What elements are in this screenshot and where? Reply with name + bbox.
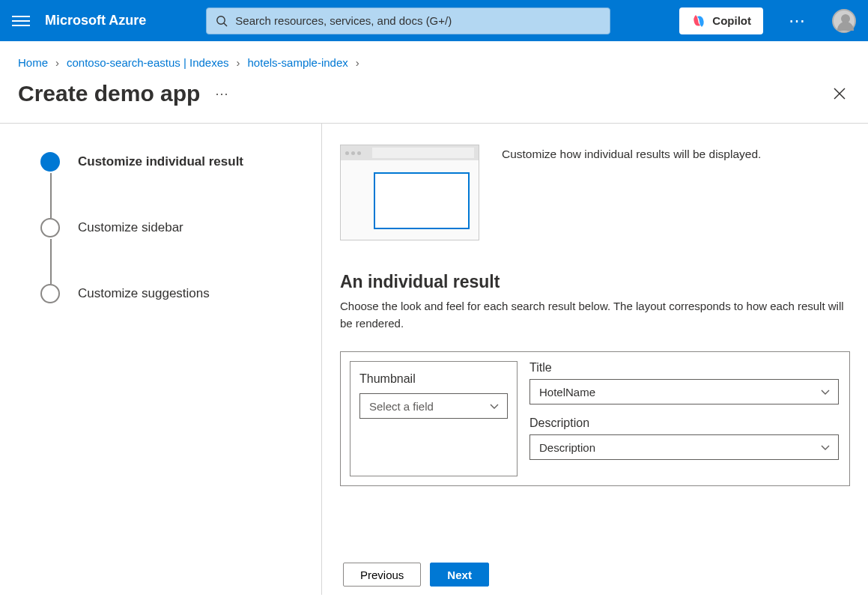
right-fields: Title HotelName Description Description [526, 352, 849, 485]
breadcrumb-item[interactable]: Home [18, 56, 48, 69]
page-body: Customize individual result Customize si… [0, 123, 868, 595]
next-button[interactable]: Next [430, 563, 489, 587]
description-select[interactable]: Description [529, 434, 839, 460]
chevron-down-icon [820, 442, 831, 452]
brand-label[interactable]: Microsoft Azure [45, 13, 146, 28]
chevron-down-icon [489, 401, 500, 411]
more-menu-icon[interactable]: ⋯ [778, 11, 817, 31]
step-dot-icon [40, 284, 60, 303]
step-label: Customize individual result [78, 154, 243, 169]
svg-line-1 [224, 23, 227, 26]
breadcrumb-item[interactable]: contoso-search-eastus | Indexes [67, 56, 229, 69]
search-input[interactable] [235, 14, 601, 27]
breadcrumb: Home › contoso-search-eastus | Indexes ›… [0, 41, 868, 75]
hero-text: Customize how individual results will be… [502, 145, 761, 163]
title-label: Title [529, 361, 839, 375]
breadcrumb-item[interactable]: hotels-sample-index [248, 56, 348, 69]
chevron-right-icon: › [237, 56, 240, 69]
page-title: Create demo app [18, 81, 200, 106]
main-content: Customize how individual results will be… [322, 124, 868, 595]
thumbnail-label: Thumbnail [359, 372, 508, 386]
result-config: Thumbnail Select a field Title HotelName… [340, 351, 850, 486]
top-bar: Microsoft Azure Copilot ⋯ [0, 0, 868, 41]
wireframe-illustration [340, 145, 479, 240]
title-more-icon[interactable]: ⋯ [215, 85, 230, 102]
step-dot-icon [40, 218, 60, 237]
section-title: An individual result [340, 272, 850, 292]
title-field: Title HotelName [529, 361, 839, 404]
copilot-button[interactable]: Copilot [679, 7, 763, 34]
hero-row: Customize how individual results will be… [340, 145, 850, 240]
copilot-label: Copilot [712, 14, 751, 27]
step-customize-sidebar[interactable]: Customize sidebar [40, 218, 299, 237]
step-label: Customize suggestions [78, 286, 210, 301]
step-dot-icon [40, 152, 60, 172]
description-value: Description [539, 441, 595, 454]
close-icon [833, 87, 846, 100]
description-field: Description Description [529, 416, 839, 460]
chevron-right-icon: › [55, 56, 59, 69]
step-customize-result[interactable]: Customize individual result [40, 152, 299, 172]
title-select[interactable]: HotelName [529, 379, 839, 404]
hamburger-icon[interactable] [12, 12, 30, 30]
step-customize-suggestions[interactable]: Customize suggestions [40, 284, 299, 303]
global-search[interactable] [206, 7, 610, 34]
description-label: Description [529, 416, 839, 430]
avatar[interactable] [832, 9, 856, 33]
footer-buttons: Previous Next [343, 563, 489, 587]
search-icon [216, 15, 228, 27]
chevron-down-icon [820, 387, 831, 397]
stepper: Customize individual result Customize si… [0, 124, 322, 595]
thumbnail-column: Thumbnail Select a field [350, 361, 518, 476]
page-title-row: Create demo app ⋯ [0, 75, 868, 123]
title-value: HotelName [539, 386, 595, 399]
chevron-right-icon: › [356, 56, 359, 69]
section-description: Choose the look and feel for each search… [340, 298, 849, 332]
step-label: Customize sidebar [78, 220, 183, 235]
previous-button[interactable]: Previous [343, 563, 421, 587]
svg-point-0 [217, 16, 225, 23]
close-button[interactable] [829, 83, 850, 104]
thumbnail-select[interactable]: Select a field [359, 393, 508, 419]
thumbnail-value: Select a field [369, 400, 434, 413]
copilot-icon [691, 13, 706, 28]
